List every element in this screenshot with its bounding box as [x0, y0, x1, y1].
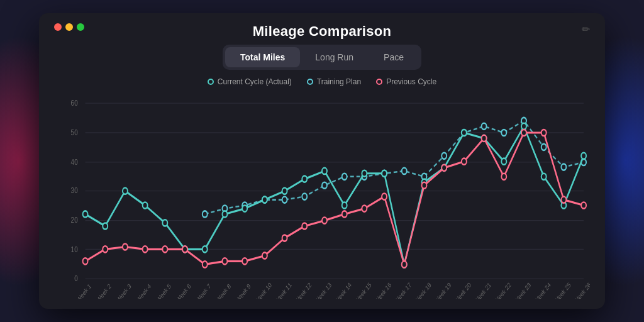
prev-dot — [541, 130, 547, 136]
chart-container: 0 10 20 30 40 50 60 Week 1 Week 2 Week 3… — [54, 91, 590, 299]
page-title: Mileage Comparison — [253, 23, 392, 40]
prev-dot — [182, 246, 187, 252]
line-chart: 0 10 20 30 40 50 60 Week 1 Week 2 Week 3… — [54, 91, 590, 299]
tab-total-miles[interactable]: Total Miles — [225, 47, 300, 67]
svg-text:Week 21: Week 21 — [473, 281, 492, 299]
svg-text:Week 15: Week 15 — [353, 281, 372, 299]
prev-dot — [441, 165, 447, 171]
svg-text:Week 26: Week 26 — [573, 281, 590, 299]
prev-dot — [382, 193, 387, 199]
current-dot — [222, 211, 227, 217]
minimize-button[interactable] — [65, 23, 73, 31]
current-dot — [83, 211, 88, 217]
prev-dot — [342, 211, 347, 217]
plan-dot — [203, 211, 208, 217]
chart-legend: Current Cycle (Actual) Training Plan Pre… — [208, 77, 436, 86]
close-button[interactable] — [54, 23, 62, 31]
prev-dot — [462, 158, 467, 165]
current-dot — [521, 123, 526, 130]
current-dot — [362, 170, 367, 177]
svg-text:Week 13: Week 13 — [314, 281, 333, 299]
prev-dot — [162, 246, 167, 252]
prev-dot — [422, 182, 427, 189]
maximize-button[interactable] — [77, 23, 84, 31]
current-dot — [322, 168, 327, 174]
current-dot — [462, 130, 467, 136]
svg-text:50: 50 — [71, 128, 78, 136]
prev-dot — [282, 235, 287, 241]
title-bar: Mileage Comparison ✏ — [54, 23, 590, 40]
svg-text:Week 18: Week 18 — [413, 281, 432, 299]
current-dot — [501, 158, 506, 165]
svg-text:0: 0 — [74, 274, 78, 282]
prev-dot — [143, 246, 148, 252]
current-dot — [162, 219, 167, 226]
legend-training-plan: Training Plan — [307, 77, 361, 86]
svg-text:60: 60 — [71, 99, 78, 107]
current-dot — [282, 188, 287, 194]
current-cycle-line — [86, 126, 584, 265]
svg-text:Week 20: Week 20 — [453, 281, 472, 299]
main-window: Mileage Comparison ✏ Total Miles Long Ru… — [39, 13, 605, 309]
svg-text:40: 40 — [71, 158, 78, 166]
svg-text:Week 17: Week 17 — [394, 281, 413, 299]
tab-long-run[interactable]: Long Run — [300, 47, 369, 67]
legend-dot-previous — [376, 79, 382, 85]
prev-dot — [123, 243, 128, 250]
tab-pace[interactable]: Pace — [369, 47, 419, 67]
legend-current-cycle: Current Cycle (Actual) — [208, 77, 292, 86]
current-dot — [262, 197, 267, 203]
plan-dot — [302, 193, 307, 199]
svg-text:Week 8: Week 8 — [215, 282, 232, 299]
plan-dot — [402, 168, 407, 174]
svg-text:Week 19: Week 19 — [433, 281, 452, 299]
current-dot — [581, 153, 586, 159]
plan-dot — [342, 174, 347, 180]
svg-text:Week 7: Week 7 — [195, 282, 212, 299]
current-dot — [541, 174, 547, 180]
current-dot — [123, 188, 128, 194]
legend-previous-cycle: Previous Cycle — [376, 77, 436, 86]
svg-text:Week 9: Week 9 — [235, 282, 252, 299]
current-dot — [143, 202, 148, 208]
svg-text:Week 16: Week 16 — [374, 281, 392, 299]
svg-text:Week 14: Week 14 — [333, 280, 352, 299]
prev-dot — [501, 174, 506, 180]
svg-text:Week 11: Week 11 — [274, 281, 292, 299]
edit-icon[interactable]: ✏ — [582, 23, 590, 35]
svg-text:Week 25: Week 25 — [553, 281, 572, 299]
current-dot — [342, 202, 347, 208]
svg-text:Week 4: Week 4 — [135, 282, 152, 299]
current-dot — [382, 170, 387, 177]
svg-text:30: 30 — [71, 186, 78, 194]
current-dot — [203, 246, 208, 252]
legend-dot-plan — [307, 79, 313, 85]
svg-text:Week 12: Week 12 — [294, 281, 313, 299]
prev-dot — [402, 261, 407, 267]
prev-dot — [242, 258, 247, 264]
svg-text:Week 5: Week 5 — [155, 282, 172, 299]
svg-text:Week 22: Week 22 — [493, 281, 512, 299]
prev-dot — [521, 130, 526, 136]
prev-dot — [302, 223, 307, 229]
svg-text:Week 3: Week 3 — [115, 282, 132, 299]
prev-dot — [83, 258, 88, 264]
plan-dot — [501, 130, 506, 136]
traffic-lights — [54, 23, 84, 31]
plan-dot — [282, 197, 287, 203]
legend-dot-current — [208, 79, 214, 85]
plan-dot — [482, 123, 487, 130]
prev-dot — [561, 197, 566, 203]
svg-text:20: 20 — [71, 216, 78, 224]
prev-dot — [262, 252, 267, 258]
svg-text:Week 23: Week 23 — [513, 281, 532, 299]
current-dot — [242, 206, 247, 212]
prev-dot — [322, 218, 327, 224]
svg-text:10: 10 — [71, 245, 78, 253]
current-dot — [302, 176, 307, 182]
prev-dot — [362, 206, 367, 212]
prev-dot — [222, 258, 227, 264]
svg-text:Week 2: Week 2 — [96, 282, 113, 299]
prev-dot — [581, 202, 586, 208]
prev-dot — [103, 246, 108, 252]
